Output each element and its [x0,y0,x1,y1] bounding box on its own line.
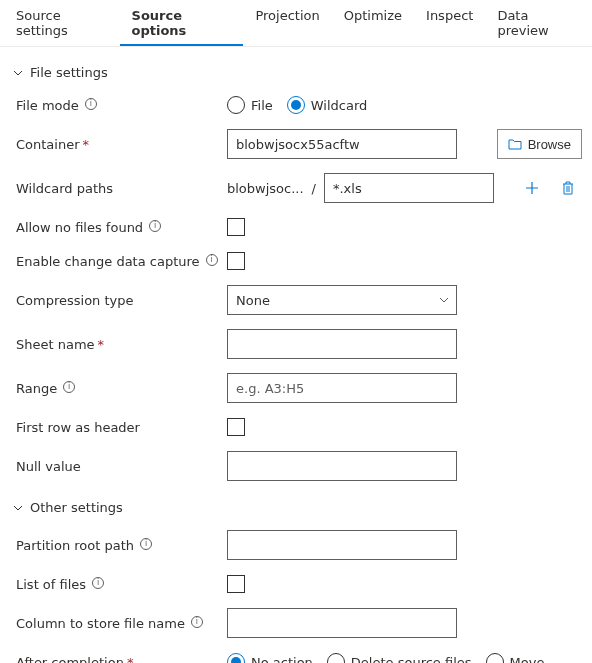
label-partition-root: Partition root path [16,538,134,553]
tabs: Source settings Source options Projectio… [0,0,592,47]
section-other-settings-label: Other settings [30,500,123,515]
row-container: Container * Browse [12,122,592,166]
trash-icon [561,181,575,195]
radio-delete-source[interactable]: Delete source files [327,653,472,663]
label-sheet-name: Sheet name [16,337,95,352]
chevron-down-icon [12,67,24,79]
radio-no-action[interactable]: No action [227,653,313,663]
compression-select[interactable] [227,285,457,315]
row-file-mode: File mode i File Wildcard [12,88,592,122]
row-compression-type: Compression type [12,278,592,322]
tab-source-options[interactable]: Source options [120,0,244,46]
path-separator: / [312,181,316,196]
add-path-button[interactable] [518,174,546,202]
info-icon[interactable]: i [140,538,152,550]
section-file-settings-label: File settings [30,65,108,80]
browse-button[interactable]: Browse [497,129,582,159]
radio-wildcard[interactable]: Wildcard [287,96,368,114]
tab-optimize[interactable]: Optimize [332,0,414,46]
range-input[interactable] [227,373,457,403]
row-list-of-files: List of files i [12,567,592,601]
file-mode-radio-group: File Wildcard [227,96,367,114]
info-icon[interactable]: i [191,616,203,628]
allow-no-files-checkbox[interactable] [227,218,245,236]
first-row-header-checkbox[interactable] [227,418,245,436]
tab-inspect[interactable]: Inspect [414,0,485,46]
chevron-down-icon [12,502,24,514]
label-wildcard-paths: Wildcard paths [16,181,113,196]
label-null-value: Null value [16,459,81,474]
list-of-files-checkbox[interactable] [227,575,245,593]
section-file-settings[interactable]: File settings [12,59,592,88]
browse-button-label: Browse [528,137,571,152]
info-icon[interactable]: i [63,381,75,393]
label-file-mode: File mode [16,98,79,113]
column-store-filename-input[interactable] [227,608,457,638]
row-after-completion: After completion * No action Delete sour… [12,645,592,663]
row-allow-no-files: Allow no files found i [12,210,592,244]
label-allow-no-files: Allow no files found [16,220,143,235]
source-options-panel: File settings File mode i File Wildcard … [0,47,592,663]
label-compression-type: Compression type [16,293,134,308]
label-enable-cdc: Enable change data capture [16,254,200,269]
radio-file-label: File [251,98,273,113]
radio-no-action-label: No action [251,655,313,664]
required-marker: * [98,337,105,352]
partition-root-input[interactable] [227,530,457,560]
row-column-store-filename: Column to store file name i [12,601,592,645]
label-first-row-header: First row as header [16,420,140,435]
wildcard-path-input[interactable] [324,173,494,203]
label-column-store-filename: Column to store file name [16,616,185,631]
sheet-name-input[interactable] [227,329,457,359]
plus-icon [525,181,539,195]
row-null-value: Null value [12,444,592,488]
radio-move[interactable]: Move [486,653,545,663]
container-input[interactable] [227,129,457,159]
required-marker: * [83,137,90,152]
radio-file[interactable]: File [227,96,273,114]
required-marker: * [127,655,134,664]
section-other-settings[interactable]: Other settings [12,494,592,523]
info-icon[interactable]: i [206,254,218,266]
row-enable-cdc: Enable change data capture i [12,244,592,278]
label-container: Container [16,137,80,152]
row-range: Range i [12,366,592,410]
enable-cdc-checkbox[interactable] [227,252,245,270]
info-icon[interactable]: i [92,577,104,589]
delete-path-button[interactable] [554,174,582,202]
row-first-row-header: First row as header [12,410,592,444]
row-sheet-name: Sheet name * [12,322,592,366]
radio-delete-source-label: Delete source files [351,655,472,664]
row-partition-root: Partition root path i [12,523,592,567]
label-range: Range [16,381,57,396]
label-after-completion: After completion [16,655,124,664]
tab-data-preview[interactable]: Data preview [485,0,588,46]
info-icon[interactable]: i [149,220,161,232]
radio-wildcard-label: Wildcard [311,98,368,113]
info-icon[interactable]: i [85,98,97,110]
wildcard-prefix: blobwjsoc... [227,181,304,196]
row-wildcard-paths: Wildcard paths blobwjsoc... / [12,166,592,210]
radio-move-label: Move [510,655,545,664]
after-completion-radio-group: No action Delete source files Move [227,653,544,663]
folder-icon [508,138,522,150]
tab-projection[interactable]: Projection [243,0,331,46]
label-list-of-files: List of files [16,577,86,592]
tab-source-settings[interactable]: Source settings [4,0,120,46]
null-value-input[interactable] [227,451,457,481]
